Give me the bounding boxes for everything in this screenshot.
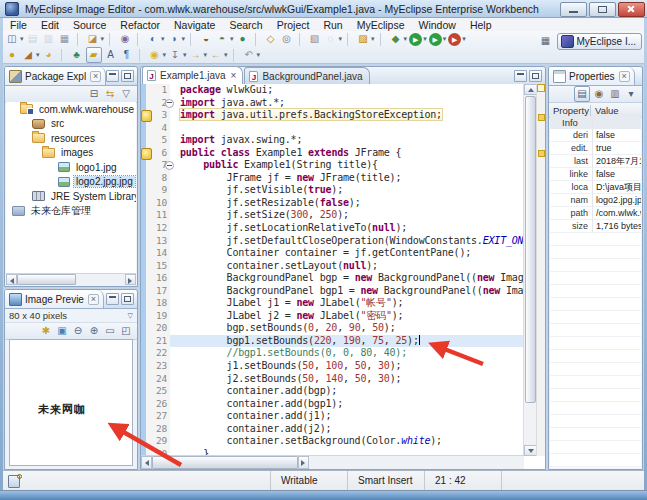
collapse-all-icon[interactable]: ⊟	[86, 87, 102, 101]
code-line-4[interactable]: 4	[141, 122, 524, 135]
property-column-header[interactable]: Property	[549, 105, 591, 116]
menu-refactor[interactable]: Refactor	[113, 19, 167, 31]
local-history-icon[interactable]: ◎	[279, 32, 295, 46]
menu-help[interactable]: Help	[463, 19, 499, 31]
debug-icon[interactable]: ◆▾	[388, 32, 409, 46]
code-line-21[interactable]: 21 bgp1.setBounds(220, 190, 75, 25);	[141, 335, 524, 348]
code-line-15[interactable]: 15 container.setLayout(null);	[141, 260, 524, 273]
code-line-26[interactable]: 26 container.add(bgp1);	[141, 398, 524, 411]
maximize-view-icon[interactable]	[121, 70, 134, 82]
property-row-edit.[interactable]: edit.true	[550, 142, 641, 155]
deploy-icon[interactable]: ◌▾	[323, 32, 344, 46]
tree-item-logo2.jpg.jpg[interactable]: logo2.jpg.jpg	[6, 175, 136, 190]
quick-fix-bulb-icon[interactable]: ◉▾	[147, 48, 168, 62]
code-line-14[interactable]: 14 Container container = jf.getContentPa…	[141, 247, 524, 260]
view-menu-icon[interactable]: ▽	[118, 87, 134, 101]
highlighter-icon[interactable]: ▰	[85, 47, 103, 63]
image-tool-icon[interactable]: ●	[4, 48, 20, 62]
text-tool-icon[interactable]: A	[103, 48, 119, 62]
properties-menu-icon[interactable]: ▾	[623, 87, 639, 101]
property-row-nam[interactable]: namlogo2.jpg.jpg	[550, 194, 641, 207]
tree-item-images[interactable]: images	[6, 146, 136, 161]
preview-menu-icon[interactable]: ▽	[128, 312, 133, 320]
run-icon[interactable]: ▶▾	[408, 33, 428, 46]
code-line-16[interactable]: 16 BackgroundPanel bgp = new BackgroundP…	[141, 272, 524, 285]
code-line-9[interactable]: 9 jf.setVisible(true);	[141, 184, 524, 197]
debug-user-icon[interactable]: ◐▾	[145, 32, 166, 46]
warning-marker[interactable]	[538, 150, 545, 157]
property-row-size[interactable]: size1,716 bytes	[550, 220, 641, 233]
minimize-editor-icon[interactable]	[514, 70, 527, 82]
code-line-25[interactable]: 25 container.add(bgp);	[141, 385, 524, 398]
editor-tab-BackgroundPanel.java[interactable]: BackgroundPanel.java	[244, 67, 369, 84]
code-line-22[interactable]: 22 //bgp1.setBounds(0, 0, 80, 40);	[141, 347, 524, 360]
menu-project[interactable]: Project	[270, 19, 317, 31]
show-image-icon[interactable]: ▣	[54, 324, 70, 338]
package-explorer-tab[interactable]: Package Expl ×	[5, 67, 106, 85]
code-line-18[interactable]: 18 JLabel j1 = new JLabel("帐号");	[141, 297, 524, 310]
image-preview-tab[interactable]: Image Previe ×	[5, 290, 104, 308]
last-edit-location-icon[interactable]: ↶▾	[241, 48, 262, 62]
code-line-29[interactable]: 29 container.setBackground(Color.white);	[141, 435, 524, 448]
menu-navigate[interactable]: Navigate	[167, 19, 222, 31]
restore-defaults-icon[interactable]: ▥	[607, 87, 623, 101]
previous-annotation-icon[interactable]: ←▾	[208, 48, 229, 62]
code-line-10[interactable]: 10 jf.setResizable(false);	[141, 197, 524, 210]
tree-item-src[interactable]: src	[6, 117, 136, 132]
refactor-tool-icon[interactable]: ▧	[307, 32, 323, 46]
editor-tab-Example1.java[interactable]: Example1.java×	[142, 66, 243, 84]
code-line-20[interactable]: 20 bgp.setBounds(0, 20, 90, 50);	[141, 322, 524, 335]
tree-item-com.wlwk.warehouse[interactable]: com.wlwk.warehouse	[6, 102, 136, 117]
scroll-thumb[interactable]	[17, 274, 76, 285]
save-icon[interactable]: ▤	[25, 32, 41, 46]
run-user-icon[interactable]: ◑▾	[166, 32, 187, 46]
show-categories-icon[interactable]: ▤	[573, 86, 591, 102]
pencil-icon[interactable]: ◢▾	[20, 48, 41, 62]
open-directory-icon[interactable]: ◇	[263, 32, 279, 46]
property-row-last[interactable]: last2018年7月13..	[550, 155, 641, 168]
code-line-3[interactable]: 3import java.util.prefs.BackingStoreExce…	[141, 109, 524, 122]
tree-item-未来仓库管理[interactable]: 未来仓库管理	[6, 204, 136, 219]
code-line-28[interactable]: 28 container.add(j2);	[141, 423, 524, 436]
next-annotation-icon[interactable]: →▾	[188, 48, 209, 62]
stamp-icon[interactable]: ◕	[41, 48, 57, 62]
scroll-thumb[interactable]	[152, 456, 298, 469]
scroll-right-icon[interactable]	[125, 274, 136, 285]
synchronize-icon[interactable]: ◒	[198, 32, 214, 46]
web-browser-icon[interactable]: ●	[235, 32, 251, 46]
code-line-24[interactable]: 24 j2.setBounds(50, 140, 50, 30);	[141, 373, 524, 386]
property-row-linke[interactable]: linkefalse	[550, 168, 641, 181]
warning-marker[interactable]	[538, 114, 545, 121]
perspective-button[interactable]: MyEclipse I...	[557, 33, 642, 50]
update-site-icon[interactable]: ◉	[117, 32, 133, 46]
code-line-5[interactable]: 5import javax.swing.*;	[141, 134, 524, 147]
fold-collapse-icon[interactable]	[165, 99, 174, 108]
print-icon[interactable]: ▦	[57, 32, 73, 46]
menu-run[interactable]: Run	[316, 19, 349, 31]
property-row-deri[interactable]: derifalse	[550, 129, 641, 142]
package-explorer-hscrollbar[interactable]	[6, 273, 136, 285]
tree-item-resources[interactable]: resources	[6, 131, 136, 146]
menu-myeclipse[interactable]: MyEclipse	[350, 19, 412, 31]
open-perspective-icon[interactable]: ▦	[539, 34, 553, 48]
code-line-8[interactable]: 8 JFrame jf = new JFrame(title);	[141, 172, 524, 185]
close-properties-icon[interactable]: ×	[619, 71, 630, 82]
overview-ruler[interactable]	[536, 84, 545, 456]
property-row-path[interactable]: path/com.wlwk.wa	[550, 207, 641, 220]
zoom-out-icon[interactable]: ⊖	[70, 324, 86, 338]
menu-edit[interactable]: Edit	[34, 19, 66, 31]
maximize-view-icon[interactable]	[121, 293, 134, 305]
link-with-editor-icon[interactable]: ⇆	[102, 87, 118, 101]
actual-size-icon[interactable]: ▭	[102, 324, 118, 338]
menu-file[interactable]: File	[3, 19, 34, 31]
code-line-12[interactable]: 12 jf.setLocationRelativeTo(null);	[141, 222, 524, 235]
scroll-right-icon[interactable]	[298, 456, 309, 469]
zoom-in-icon[interactable]: ⊕	[86, 324, 102, 338]
tree-item-JRE System Library [Jav[interactable]: JRE System Library [Jav	[6, 189, 136, 204]
code-line-23[interactable]: 23 j1.setBounds(50, 100, 50, 30);	[141, 360, 524, 373]
maximize-editor-icon[interactable]	[529, 70, 542, 82]
import-wizard-icon[interactable]: ◓▾	[214, 32, 235, 46]
maximize-button[interactable]	[589, 2, 616, 17]
close-image-preview-icon[interactable]: ×	[88, 294, 99, 305]
minimize-view-icon[interactable]	[106, 70, 119, 82]
